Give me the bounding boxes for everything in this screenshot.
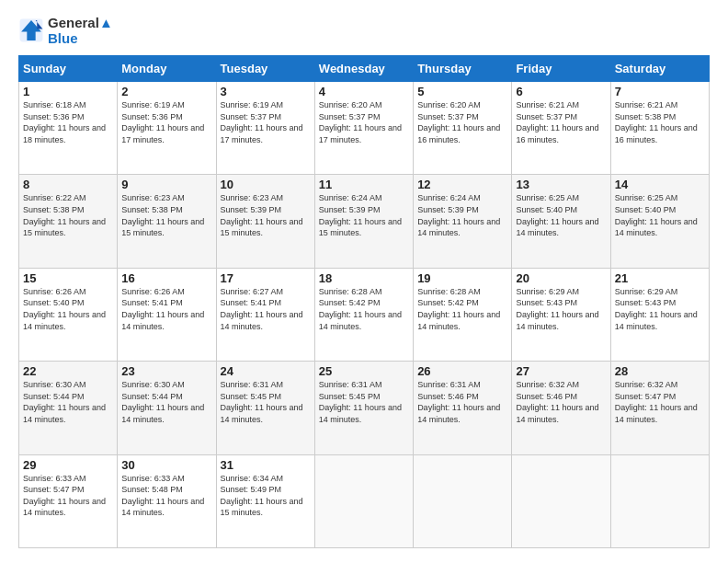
header: General▲ Blue	[18, 15, 710, 46]
day-info: Sunrise: 6:32 AM Sunset: 5:47 PM Dayligh…	[615, 379, 705, 425]
calendar-week-5: 29 Sunrise: 6:33 AM Sunset: 5:47 PM Dayl…	[19, 454, 710, 547]
calendar-cell: 23 Sunrise: 6:30 AM Sunset: 5:44 PM Dayl…	[118, 362, 216, 454]
day-info: Sunrise: 6:21 AM Sunset: 5:38 PM Dayligh…	[615, 99, 705, 145]
day-info: Sunrise: 6:34 AM Sunset: 5:49 PM Dayligh…	[221, 473, 311, 519]
day-info: Sunrise: 6:29 AM Sunset: 5:43 PM Dayligh…	[516, 286, 606, 332]
calendar-cell	[610, 454, 709, 547]
calendar-cell: 17 Sunrise: 6:27 AM Sunset: 5:41 PM Dayl…	[216, 268, 314, 361]
day-info: Sunrise: 6:31 AM Sunset: 5:45 PM Dayligh…	[221, 379, 311, 425]
day-info: Sunrise: 6:18 AM Sunset: 5:36 PM Dayligh…	[23, 99, 113, 145]
day-number: 25	[319, 364, 409, 378]
day-number: 9	[121, 178, 211, 191]
day-number: 10	[221, 178, 311, 191]
calendar-cell: 22 Sunrise: 6:30 AM Sunset: 5:44 PM Dayl…	[19, 362, 118, 454]
day-info: Sunrise: 6:20 AM Sunset: 5:37 PM Dayligh…	[319, 99, 409, 145]
calendar-cell: 30 Sunrise: 6:33 AM Sunset: 5:48 PM Dayl…	[118, 454, 216, 547]
calendar-cell: 28 Sunrise: 6:32 AM Sunset: 5:47 PM Dayl…	[610, 362, 709, 454]
calendar-cell	[512, 454, 610, 547]
day-number: 26	[417, 364, 507, 378]
day-number: 28	[615, 364, 705, 378]
calendar-cell: 1 Sunrise: 6:18 AM Sunset: 5:36 PM Dayli…	[19, 82, 118, 175]
day-number: 20	[516, 271, 606, 285]
day-info: Sunrise: 6:19 AM Sunset: 5:37 PM Dayligh…	[221, 99, 311, 145]
calendar-cell: 14 Sunrise: 6:25 AM Sunset: 5:40 PM Dayl…	[610, 175, 709, 268]
calendar-cell: 31 Sunrise: 6:34 AM Sunset: 5:49 PM Dayl…	[216, 454, 314, 547]
calendar-cell: 7 Sunrise: 6:21 AM Sunset: 5:38 PM Dayli…	[610, 82, 709, 175]
col-header-wednesday: Wednesday	[314, 56, 413, 82]
day-number: 7	[615, 85, 705, 98]
day-info: Sunrise: 6:24 AM Sunset: 5:39 PM Dayligh…	[319, 192, 409, 238]
day-info: Sunrise: 6:24 AM Sunset: 5:39 PM Dayligh…	[417, 192, 507, 238]
day-number: 21	[615, 271, 705, 285]
day-info: Sunrise: 6:30 AM Sunset: 5:44 PM Dayligh…	[23, 379, 113, 425]
calendar-cell: 5 Sunrise: 6:20 AM Sunset: 5:37 PM Dayli…	[414, 82, 512, 175]
calendar-cell: 3 Sunrise: 6:19 AM Sunset: 5:37 PM Dayli…	[216, 82, 314, 175]
day-info: Sunrise: 6:25 AM Sunset: 5:40 PM Dayligh…	[516, 192, 606, 238]
calendar-cell	[314, 454, 413, 547]
logo-text: General▲ Blue	[48, 15, 113, 46]
calendar-cell: 10 Sunrise: 6:23 AM Sunset: 5:39 PM Dayl…	[216, 175, 314, 268]
day-info: Sunrise: 6:30 AM Sunset: 5:44 PM Dayligh…	[121, 379, 211, 425]
day-number: 12	[417, 178, 507, 191]
day-number: 4	[319, 85, 409, 98]
day-info: Sunrise: 6:28 AM Sunset: 5:42 PM Dayligh…	[319, 286, 409, 332]
calendar-week-3: 15 Sunrise: 6:26 AM Sunset: 5:40 PM Dayl…	[19, 268, 710, 361]
calendar-cell: 12 Sunrise: 6:24 AM Sunset: 5:39 PM Dayl…	[414, 175, 512, 268]
calendar-cell: 4 Sunrise: 6:20 AM Sunset: 5:37 PM Dayli…	[314, 82, 413, 175]
calendar-cell: 9 Sunrise: 6:23 AM Sunset: 5:38 PM Dayli…	[118, 175, 216, 268]
day-info: Sunrise: 6:31 AM Sunset: 5:45 PM Dayligh…	[319, 379, 409, 425]
day-number: 3	[221, 85, 311, 98]
day-number: 17	[221, 271, 311, 285]
day-number: 18	[319, 271, 409, 285]
calendar-cell: 11 Sunrise: 6:24 AM Sunset: 5:39 PM Dayl…	[314, 175, 413, 268]
calendar-cell	[414, 454, 512, 547]
calendar-cell: 6 Sunrise: 6:21 AM Sunset: 5:37 PM Dayli…	[512, 82, 610, 175]
day-number: 8	[23, 178, 113, 191]
col-header-thursday: Thursday	[414, 56, 512, 82]
day-info: Sunrise: 6:26 AM Sunset: 5:41 PM Dayligh…	[121, 286, 211, 332]
calendar-cell: 16 Sunrise: 6:26 AM Sunset: 5:41 PM Dayl…	[118, 268, 216, 361]
day-number: 19	[417, 271, 507, 285]
calendar-cell: 21 Sunrise: 6:29 AM Sunset: 5:43 PM Dayl…	[610, 268, 709, 361]
col-header-friday: Friday	[512, 56, 610, 82]
day-info: Sunrise: 6:33 AM Sunset: 5:48 PM Dayligh…	[121, 473, 211, 519]
day-number: 29	[23, 458, 113, 472]
day-info: Sunrise: 6:23 AM Sunset: 5:38 PM Dayligh…	[121, 192, 211, 238]
calendar-cell: 25 Sunrise: 6:31 AM Sunset: 5:45 PM Dayl…	[314, 362, 413, 454]
day-number: 14	[615, 178, 705, 191]
calendar-cell: 18 Sunrise: 6:28 AM Sunset: 5:42 PM Dayl…	[314, 268, 413, 361]
col-header-monday: Monday	[118, 56, 216, 82]
calendar-cell: 15 Sunrise: 6:26 AM Sunset: 5:40 PM Dayl…	[19, 268, 118, 361]
day-number: 2	[121, 85, 211, 98]
calendar-cell: 24 Sunrise: 6:31 AM Sunset: 5:45 PM Dayl…	[216, 362, 314, 454]
day-info: Sunrise: 6:32 AM Sunset: 5:46 PM Dayligh…	[516, 379, 606, 425]
day-info: Sunrise: 6:27 AM Sunset: 5:41 PM Dayligh…	[221, 286, 311, 332]
day-number: 1	[23, 85, 113, 98]
day-number: 30	[121, 458, 211, 472]
calendar-cell: 20 Sunrise: 6:29 AM Sunset: 5:43 PM Dayl…	[512, 268, 610, 361]
logo: General▲ Blue	[18, 15, 113, 46]
calendar-cell: 27 Sunrise: 6:32 AM Sunset: 5:46 PM Dayl…	[512, 362, 610, 454]
day-info: Sunrise: 6:33 AM Sunset: 5:47 PM Dayligh…	[23, 473, 113, 519]
day-number: 15	[23, 271, 113, 285]
day-info: Sunrise: 6:20 AM Sunset: 5:37 PM Dayligh…	[417, 99, 507, 145]
day-number: 11	[319, 178, 409, 191]
calendar-week-4: 22 Sunrise: 6:30 AM Sunset: 5:44 PM Dayl…	[19, 362, 710, 454]
calendar-cell: 26 Sunrise: 6:31 AM Sunset: 5:46 PM Dayl…	[414, 362, 512, 454]
day-info: Sunrise: 6:23 AM Sunset: 5:39 PM Dayligh…	[221, 192, 311, 238]
calendar-cell: 19 Sunrise: 6:28 AM Sunset: 5:42 PM Dayl…	[414, 268, 512, 361]
day-info: Sunrise: 6:31 AM Sunset: 5:46 PM Dayligh…	[417, 379, 507, 425]
day-info: Sunrise: 6:29 AM Sunset: 5:43 PM Dayligh…	[615, 286, 705, 332]
day-info: Sunrise: 6:22 AM Sunset: 5:38 PM Dayligh…	[23, 192, 113, 238]
day-info: Sunrise: 6:21 AM Sunset: 5:37 PM Dayligh…	[516, 99, 606, 145]
col-header-tuesday: Tuesday	[216, 56, 314, 82]
day-info: Sunrise: 6:26 AM Sunset: 5:40 PM Dayligh…	[23, 286, 113, 332]
calendar-cell: 2 Sunrise: 6:19 AM Sunset: 5:36 PM Dayli…	[118, 82, 216, 175]
col-header-saturday: Saturday	[610, 56, 709, 82]
col-header-sunday: Sunday	[19, 56, 118, 82]
logo-icon	[18, 17, 44, 43]
calendar-header-row: SundayMondayTuesdayWednesdayThursdayFrid…	[19, 56, 710, 82]
day-number: 13	[516, 178, 606, 191]
day-number: 22	[23, 364, 113, 378]
day-info: Sunrise: 6:25 AM Sunset: 5:40 PM Dayligh…	[615, 192, 705, 238]
